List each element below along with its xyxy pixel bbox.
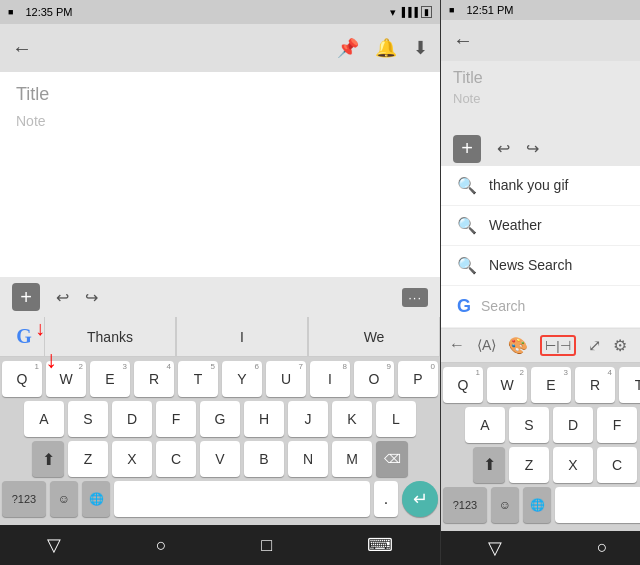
left-key-z[interactable]: Z [68, 441, 108, 477]
left-key-l[interactable]: L [376, 401, 416, 437]
left-more-button[interactable]: ··· [402, 288, 428, 307]
right-translate-button[interactable]: ⟨A⟩ [477, 337, 496, 353]
right-key-w[interactable]: 2W [487, 367, 527, 403]
left-shift-key[interactable]: ⬆ [32, 441, 64, 477]
left-notify-icon: ■ [8, 7, 13, 17]
right-fullscreen-button[interactable]: ⤢ [588, 336, 601, 355]
right-shift-key[interactable]: ⬆ [473, 447, 505, 483]
right-key-z[interactable]: Z [509, 447, 549, 483]
left-key-v[interactable]: V [200, 441, 240, 477]
left-note-body[interactable]: Note [16, 113, 424, 129]
left-nav-back[interactable]: ▽ [47, 534, 61, 556]
left-status-icons: ▾ ▐▐▐ ▮ [390, 6, 432, 19]
right-key-f[interactable]: F [597, 407, 637, 443]
right-cursor-button[interactable]: ⊢|⊣ [540, 335, 575, 356]
right-undo-button[interactable]: ↩ [497, 139, 510, 158]
left-key-c[interactable]: C [156, 441, 196, 477]
right-palette-button[interactable]: 🎨 [508, 336, 528, 355]
left-suggestion-0[interactable]: Thanks [44, 317, 176, 356]
left-key-o[interactable]: 9O [354, 361, 394, 397]
left-status-bar: ■ 12:35 PM ▾ ▐▐▐ ▮ [0, 0, 440, 24]
right-back-button[interactable]: ← [453, 29, 473, 52]
right-key-q[interactable]: 1Q [443, 367, 483, 403]
right-globe-key[interactable]: 🌐 [523, 487, 551, 523]
left-key-a[interactable]: A [24, 401, 64, 437]
left-back-button[interactable]: ← [12, 37, 32, 60]
left-key-p[interactable]: 0P [398, 361, 438, 397]
left-battery-icon: ▮ [421, 6, 432, 18]
left-archive-icon[interactable]: ⬇ [413, 37, 428, 59]
search-item-2[interactable]: 🔍 News Search ↗ [441, 246, 640, 286]
left-key-t[interactable]: 5T [178, 361, 218, 397]
right-key-a[interactable]: A [465, 407, 505, 443]
left-remind-icon[interactable]: 🔔 [375, 37, 397, 59]
left-period-key[interactable]: . [374, 481, 398, 517]
right-key-s[interactable]: S [509, 407, 549, 443]
left-space-key[interactable] [114, 481, 370, 517]
right-note-area: Title Note [441, 61, 640, 131]
left-delete-key[interactable]: ⌫ [376, 441, 408, 477]
search-dropdown: 🔍 thank you gif ↗ 🔍 Weather ↗ 🔍 News Sea… [441, 166, 640, 329]
left-globe-key[interactable]: 🌐 [82, 481, 110, 517]
right-key-r[interactable]: 4R [575, 367, 615, 403]
left-num-key[interactable]: ?123 [2, 481, 46, 517]
search-item-1[interactable]: 🔍 Weather ↗ [441, 206, 640, 246]
left-key-n[interactable]: N [288, 441, 328, 477]
right-key-d[interactable]: D [553, 407, 593, 443]
right-key-e[interactable]: 3E [531, 367, 571, 403]
left-nav-recent[interactable]: □ [261, 535, 272, 556]
right-kb-back[interactable]: ← [449, 336, 465, 354]
left-key-q[interactable]: 1Q [2, 361, 42, 397]
left-nav-keyboard[interactable]: ⌨ [367, 534, 393, 556]
search-item-google[interactable]: G Search [441, 286, 640, 328]
left-key-h[interactable]: H [244, 401, 284, 437]
search-input-text: Search [481, 298, 640, 314]
search-icon-2: 🔍 [457, 256, 477, 275]
right-note-title[interactable]: Title [453, 69, 640, 87]
left-key-i[interactable]: 8I [310, 361, 350, 397]
right-nav-back[interactable]: ▽ [488, 537, 502, 559]
search-item-0[interactable]: 🔍 thank you gif ↗ [441, 166, 640, 206]
left-key-b[interactable]: B [244, 441, 284, 477]
right-settings-button[interactable]: ⚙ [613, 336, 627, 355]
left-panel: ■ 12:35 PM ▾ ▐▐▐ ▮ ← 📌 🔔 ⬇ Title Note + … [0, 0, 441, 565]
search-text-1: Weather [489, 217, 640, 233]
left-pin-icon[interactable]: 📌 [337, 37, 359, 59]
right-note-body[interactable]: Note [453, 91, 640, 106]
right-time: 12:51 PM [466, 4, 513, 16]
left-key-j[interactable]: J [288, 401, 328, 437]
left-emoji-key[interactable]: ☺ [50, 481, 78, 517]
right-nav-home[interactable]: ○ [597, 537, 608, 558]
left-key-y[interactable]: 6Y [222, 361, 262, 397]
left-row1: 1Q 2W 3E 4R 5T 6Y 7U 8I 9O 0P [2, 361, 438, 397]
left-time: 12:35 PM [25, 6, 72, 18]
right-redo-button[interactable]: ↪ [526, 139, 539, 158]
left-key-s[interactable]: S [68, 401, 108, 437]
left-key-e[interactable]: 3E [90, 361, 130, 397]
right-key-x[interactable]: X [553, 447, 593, 483]
left-key-x[interactable]: X [112, 441, 152, 477]
left-key-d[interactable]: D [112, 401, 152, 437]
left-key-r[interactable]: 4R [134, 361, 174, 397]
left-undo-button[interactable]: ↩ [56, 288, 69, 307]
left-key-m[interactable]: M [332, 441, 372, 477]
left-key-k[interactable]: K [332, 401, 372, 437]
search-icon-0: 🔍 [457, 176, 477, 195]
left-bottom-row: ?123 ☺ 🌐 . ↵ [2, 481, 438, 517]
right-key-c[interactable]: C [597, 447, 637, 483]
left-suggestion-2[interactable]: We [308, 317, 440, 356]
right-space-key[interactable] [555, 487, 640, 523]
right-emoji-key[interactable]: ☺ [491, 487, 519, 523]
right-num-key[interactable]: ?123 [443, 487, 487, 523]
right-key-t[interactable]: 5T [619, 367, 640, 403]
left-redo-button[interactable]: ↪ [85, 288, 98, 307]
left-enter-key[interactable]: ↵ [402, 481, 438, 517]
left-add-button[interactable]: + [12, 283, 40, 311]
left-note-title[interactable]: Title [16, 84, 424, 105]
left-suggestion-1[interactable]: I [176, 317, 308, 356]
left-key-f[interactable]: F [156, 401, 196, 437]
left-key-u[interactable]: 7U [266, 361, 306, 397]
left-key-g[interactable]: G [200, 401, 240, 437]
left-nav-home[interactable]: ○ [156, 535, 167, 556]
right-add-button[interactable]: + [453, 135, 481, 163]
